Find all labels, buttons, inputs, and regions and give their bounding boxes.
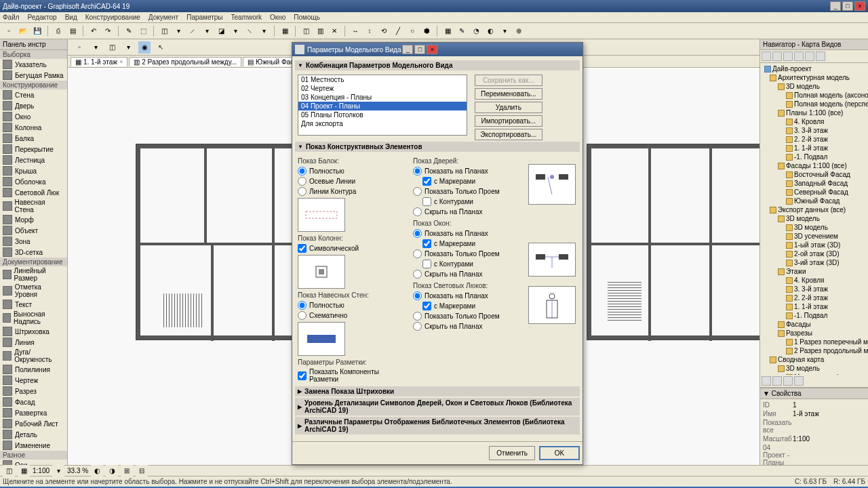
tool-item[interactable]: Выносная Надпись bbox=[0, 310, 67, 326]
menu-окно[interactable]: Окно bbox=[270, 14, 285, 21]
nav-ico6[interactable] bbox=[816, 52, 825, 61]
tree-node[interactable]: Полная модель (перспект bbox=[762, 100, 867, 108]
qo3-icon[interactable]: ▾ bbox=[52, 465, 64, 477]
tree-node[interactable]: 4. Кровля bbox=[762, 117, 867, 126]
mode5-icon[interactable]: ◪ bbox=[215, 25, 227, 37]
t-n-icon[interactable]: ▾ bbox=[498, 25, 511, 37]
beam-opt-axis[interactable]: Осевые Линии bbox=[298, 176, 408, 186]
mode4-icon[interactable]: ▾ bbox=[201, 25, 213, 37]
t-b-icon[interactable]: ▥ bbox=[314, 25, 326, 37]
tree-node[interactable]: 1 Разрез поперечный меж bbox=[762, 338, 867, 346]
beam-opt-full[interactable]: Полностью bbox=[298, 166, 408, 176]
mode3-icon[interactable]: ⟋ bbox=[186, 25, 199, 37]
tool-item[interactable]: Зона bbox=[0, 236, 67, 247]
t-a-icon[interactable]: ◫ bbox=[300, 25, 312, 37]
dialog-close-button[interactable]: × bbox=[427, 45, 437, 54]
tree-node[interactable]: 1-ый этаж (3D) bbox=[762, 241, 867, 249]
qo4-icon[interactable]: ◐ bbox=[91, 465, 103, 477]
tree-node[interactable]: 1. 1-й этаж bbox=[762, 302, 867, 311]
door-opt-contour[interactable]: с Контурами bbox=[413, 197, 523, 207]
cancel-button[interactable]: Отменить bbox=[489, 446, 535, 460]
delete-button[interactable]: Удалить bbox=[475, 102, 542, 113]
tool-item[interactable]: Морф bbox=[0, 214, 67, 225]
t-i-icon[interactable]: ⬢ bbox=[420, 25, 433, 37]
list-item[interactable]: 03 Концепция - Планы bbox=[298, 93, 467, 102]
tree-node[interactable]: Южный Фасад bbox=[762, 197, 867, 205]
sky-opt-marker[interactable]: с Маркерами bbox=[413, 301, 523, 311]
tab-floor1[interactable]: ▦1. 1-й этаж× bbox=[71, 57, 127, 66]
tool-item[interactable]: Текст bbox=[0, 299, 67, 310]
tree-node[interactable]: Полная модель (аксоном bbox=[762, 91, 867, 100]
tool-item[interactable]: Крыша bbox=[0, 165, 67, 176]
plot-icon[interactable]: ▤ bbox=[66, 25, 79, 37]
tool-item[interactable]: Световой Люк bbox=[0, 187, 67, 198]
t-e-icon[interactable]: ↕ bbox=[363, 25, 376, 37]
qo6-icon[interactable]: ⊞ bbox=[121, 465, 133, 477]
nav-ico2[interactable] bbox=[772, 52, 782, 61]
list-item[interactable]: 02 Чертеж bbox=[298, 84, 467, 93]
tree-node[interactable]: Экспорт данных (все) bbox=[762, 205, 867, 214]
menu-документ[interactable]: Документ bbox=[149, 14, 178, 21]
tool-item[interactable]: Дуга/Окружность bbox=[0, 348, 67, 364]
menu-файл[interactable]: Файл bbox=[3, 14, 20, 21]
open-icon[interactable]: 📂 bbox=[17, 25, 29, 37]
redo-icon[interactable]: ↷ bbox=[102, 25, 114, 37]
nav-ico4[interactable] bbox=[794, 52, 804, 61]
view1-icon[interactable]: ▦ bbox=[279, 25, 291, 37]
t-f-icon[interactable]: ⟲ bbox=[378, 25, 390, 37]
tool-item[interactable]: Рабочий Лист bbox=[0, 418, 67, 429]
marking-opt[interactable]: Показать Компоненты Разметки bbox=[298, 367, 408, 384]
tool-item[interactable]: Стена bbox=[0, 89, 67, 100]
menu-конструирование[interactable]: Конструирование bbox=[85, 14, 140, 21]
close-button[interactable]: × bbox=[854, 1, 865, 11]
sub5-icon[interactable]: ◉ bbox=[138, 41, 151, 54]
dialog-min-button[interactable]: _ bbox=[402, 45, 413, 54]
curtain-opt-schem[interactable]: Схематично bbox=[298, 310, 408, 321]
mode8-icon[interactable]: ▾ bbox=[258, 25, 270, 37]
mode7-icon[interactable]: ⟍ bbox=[243, 25, 256, 37]
export-button[interactable]: Экспортировать... bbox=[475, 129, 542, 140]
zoom-label[interactable]: 33.3 % bbox=[67, 467, 88, 474]
combination-list[interactable]: 01 Местность02 Чертеж03 Концепция - План… bbox=[298, 75, 467, 136]
tool-item[interactable]: Фасад bbox=[0, 396, 67, 407]
door-opt-hide[interactable]: Скрыть на Планах bbox=[413, 207, 523, 217]
qo5-icon[interactable]: ◑ bbox=[106, 465, 118, 477]
tree-node[interactable]: 2. 2-й этаж bbox=[762, 135, 867, 144]
minimize-button[interactable]: _ bbox=[830, 1, 841, 11]
sub4-icon[interactable]: ▾ bbox=[122, 41, 134, 54]
section-elements[interactable]: Показ Конструктивных Элементов bbox=[295, 142, 580, 152]
dialog-max-button[interactable]: □ bbox=[414, 45, 425, 54]
tree-node[interactable]: Фасады 1:100 (все) bbox=[762, 161, 867, 170]
tool-item[interactable]: Навесная Стена bbox=[0, 198, 67, 214]
tool-item[interactable]: Перекрытие bbox=[0, 144, 67, 155]
tool-item[interactable]: Линейный Размер bbox=[0, 266, 67, 283]
tab-section[interactable]: ▥2 Разрез продольный между... bbox=[129, 57, 241, 66]
new-icon[interactable]: ▫ bbox=[3, 25, 15, 37]
tree-node[interactable]: 3D модель bbox=[762, 223, 867, 232]
menu-помощь[interactable]: Помощь bbox=[294, 14, 320, 21]
tree-node[interactable]: Западный Фасад bbox=[762, 179, 867, 188]
nav-ico3[interactable] bbox=[783, 52, 793, 61]
sub3-icon[interactable]: ◫ bbox=[106, 41, 118, 54]
tree-node[interactable]: Разрезы bbox=[762, 329, 867, 338]
mode6-icon[interactable]: ▾ bbox=[229, 25, 241, 37]
tree-node[interactable]: Сводная карта bbox=[762, 355, 867, 364]
tool-item[interactable]: Штриховка bbox=[0, 326, 67, 337]
tree-node[interactable]: 3. 3-й этаж bbox=[762, 285, 867, 293]
win-opt-opening[interactable]: Показать Только Проем bbox=[413, 249, 523, 259]
win-opt-show[interactable]: Показать на Планах bbox=[413, 228, 523, 239]
tree-node[interactable]: 3D модель bbox=[762, 364, 867, 373]
dialog-titlebar[interactable]: Параметры Модельного Вида _ □ × bbox=[292, 43, 583, 56]
tree-node[interactable]: -1. Подвал bbox=[762, 152, 867, 161]
tree-node[interactable]: 3-ий этаж (3D) bbox=[762, 258, 867, 267]
beam-opt-contour[interactable]: Линии Контура bbox=[298, 186, 408, 197]
tool-item[interactable]: Дверь bbox=[0, 100, 67, 111]
t-g-icon[interactable]: ╱ bbox=[392, 25, 404, 37]
door-opt-opening[interactable]: Показать Только Проем bbox=[413, 186, 523, 197]
list-item[interactable]: 04 Проект - Планы bbox=[298, 102, 467, 110]
tool-item[interactable]: Отметка Уровня bbox=[0, 283, 67, 299]
t-d-icon[interactable]: ↔ bbox=[349, 25, 361, 37]
mode2-icon[interactable]: ▾ bbox=[172, 25, 184, 37]
menu-параметры[interactable]: Параметры bbox=[186, 14, 222, 21]
tree-node[interactable]: 2. 2-й этаж bbox=[762, 293, 867, 302]
